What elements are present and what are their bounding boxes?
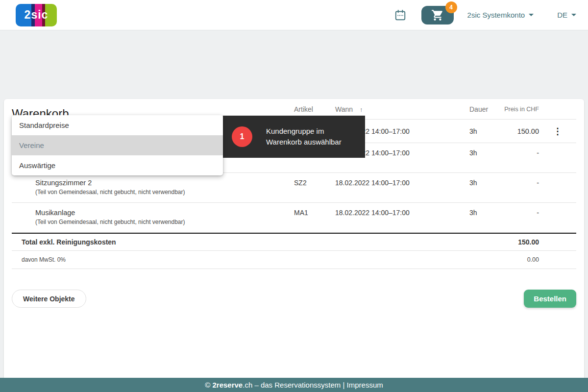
row-dauer: 3h	[466, 127, 494, 135]
row-dauer: 3h	[466, 143, 494, 157]
customer-group-dropdown: Standardpreise Vereine Auswärtige	[12, 115, 223, 175]
annotation-tooltip: 1 Kundengruppe im Warenkorb auswählbar	[223, 116, 365, 158]
2sic-logo[interactable]: 2sic	[16, 4, 57, 26]
dropdown-option-vereine[interactable]: Vereine	[12, 135, 223, 155]
tooltip-text: Kundengruppe im Warenkorb auswählbar	[266, 126, 342, 147]
row-preis: 150.00	[494, 127, 539, 135]
vat-label: davon MwSt. 0%	[12, 256, 494, 263]
brand-name: 2reserve	[212, 381, 243, 389]
sort-ascending-icon: ↑	[360, 106, 363, 113]
app-header: 2sic 4	[0, 0, 588, 30]
cart-button[interactable]: 4	[421, 6, 454, 24]
account-label: 2sic Systemkonto	[467, 11, 525, 19]
row-artikel: SZ2	[294, 173, 335, 187]
vat-row: davon MwSt. 0% 0.00	[12, 251, 576, 269]
row-name: Musikanlage	[35, 209, 294, 217]
account-menu-button[interactable]: 2sic Systemkonto	[467, 11, 534, 19]
total-value: 150.00	[494, 238, 539, 246]
row-note: (Teil von Gemeindesaal, nicht gebucht, n…	[35, 189, 294, 196]
row-wann: 18.02.2022 14:00–17:00	[335, 173, 466, 187]
cart-icon	[431, 9, 444, 22]
step-badge: 1	[232, 126, 252, 147]
chevron-down-icon	[571, 14, 576, 16]
row-menu-kebab-icon[interactable]: ⋮	[549, 126, 566, 137]
row-artikel: MA1	[294, 203, 335, 217]
row-name: Sitzungszimmer 2	[35, 179, 294, 187]
dropdown-option-auswaertige[interactable]: Auswärtige	[12, 155, 223, 175]
header-wann[interactable]: Wann ↑	[335, 105, 466, 113]
cart-count-badge: 4	[445, 1, 457, 13]
total-row: Total exkl. Reinigungskosten 150.00	[12, 233, 576, 251]
table-row: Sitzungszimmer 2 (Teil von Gemeindesaal,…	[12, 173, 576, 203]
actions-bar: Weitere Objekte Bestellen	[12, 290, 576, 308]
row-preis: -	[494, 143, 539, 157]
row-preis: -	[494, 173, 539, 187]
language-label: DE	[557, 11, 567, 19]
bestellen-button[interactable]: Bestellen	[524, 290, 576, 308]
row-preis: -	[494, 203, 539, 217]
chevron-down-icon	[529, 14, 534, 16]
calendar-button[interactable]	[394, 9, 407, 22]
header-dauer: Dauer	[466, 105, 494, 113]
header-preis: Preis in CHF	[494, 106, 539, 113]
site-footer-bar: © 2reserve.ch – das Reservationssystem |…	[0, 378, 588, 392]
total-label: Total exkl. Reinigungskosten	[12, 238, 494, 246]
logo-text: 2sic	[16, 4, 57, 26]
cart-card: Warenkorb Standardpreise Vereine Auswärt…	[4, 99, 584, 392]
vat-value: 0.00	[494, 256, 539, 263]
impressum-link[interactable]: Impressum	[347, 381, 383, 389]
row-dauer: 3h	[466, 203, 494, 217]
row-wann: 18.02.2022 14:00–17:00	[335, 203, 466, 217]
row-note: (Teil von Gemeindesaal, nicht gebucht, n…	[35, 219, 294, 225]
footer-text: © 2reserve.ch – das Reservationssystem |…	[205, 381, 383, 389]
header-actions: 4 2sic Systemkonto DE	[394, 6, 576, 24]
row-dauer: 3h	[466, 173, 494, 187]
table-row: Musikanlage (Teil von Gemeindesaal, nich…	[12, 203, 576, 233]
weitere-objekte-button[interactable]: Weitere Objekte	[12, 290, 86, 308]
language-menu-button[interactable]: DE	[557, 11, 576, 19]
dropdown-option-standardpreise[interactable]: Standardpreise	[12, 115, 223, 135]
header-artikel: Artikel	[294, 105, 335, 113]
calendar-icon	[394, 9, 407, 22]
